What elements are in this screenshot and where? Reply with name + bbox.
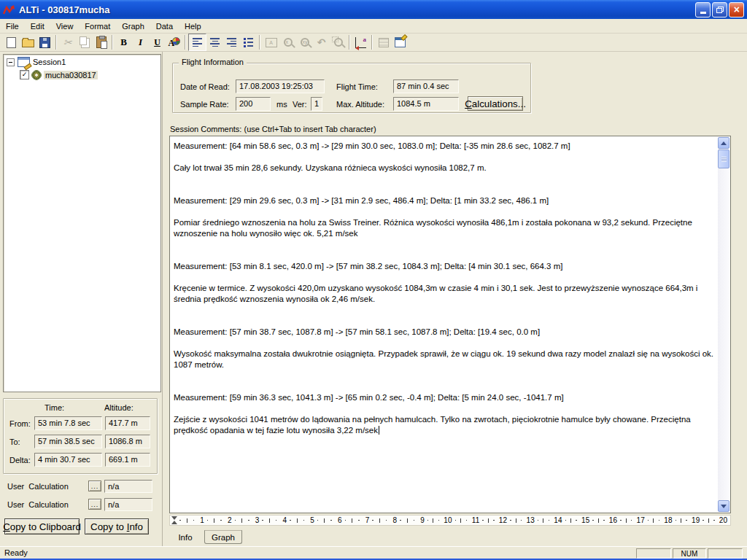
toolbar-separator bbox=[55, 35, 57, 50]
ruler-mark: 4 bbox=[260, 517, 288, 524]
measurement-line: Measurement: [29 min 29.6 sec, 0.3 m] ->… bbox=[174, 195, 716, 206]
max-altitude-field: 1084.5 m bbox=[393, 97, 459, 111]
arrow-down-icon bbox=[721, 505, 727, 508]
status-cell-scrl bbox=[708, 548, 743, 559]
axis-settings-button[interactable]: a bbox=[352, 34, 369, 50]
menu-item-view[interactable]: View bbox=[50, 20, 80, 32]
ruler-mark: 17 bbox=[619, 517, 646, 524]
properties-icon bbox=[395, 37, 406, 47]
comment-paragraph: Zejście z wysokości 1041 metrów do lądow… bbox=[174, 414, 716, 436]
delta-altitude-field: 669.1 m bbox=[105, 453, 150, 467]
align-left-button[interactable] bbox=[188, 34, 206, 51]
title-bar: ALTi - 030817mucha bbox=[0, 0, 747, 19]
comments-box: Measurement: [64 min 58.6 sec, 0.3 m] ->… bbox=[169, 136, 731, 513]
user-calc-2-button[interactable]: ... bbox=[88, 499, 101, 510]
measure-groupbox: Time: Altitude: From: 53 min 7.8 sec 417… bbox=[3, 398, 158, 474]
sample-rate-unit: ms bbox=[276, 100, 287, 109]
vertical-scrollbar[interactable] bbox=[718, 137, 729, 512]
menu-item-edit[interactable]: Edit bbox=[25, 20, 50, 32]
ruler-mark: 15 bbox=[564, 517, 592, 524]
copy-button bbox=[76, 34, 93, 50]
bullet-list-icon bbox=[244, 38, 254, 47]
ruler-mark: 11 bbox=[454, 517, 481, 524]
ruler-mark: 18 bbox=[646, 517, 674, 524]
flight-gear-icon bbox=[32, 71, 41, 79]
comment-section: Measurement: [53 min 8.1 sec, 420.0 m] -… bbox=[174, 261, 716, 305]
bullet-list-button[interactable] bbox=[240, 34, 257, 50]
new-file-button[interactable] bbox=[3, 34, 20, 50]
italic-button[interactable]: I bbox=[132, 34, 149, 50]
font-button[interactable]: A bbox=[166, 34, 182, 50]
paste-clipboard-icon bbox=[96, 36, 107, 48]
text-caret bbox=[379, 426, 379, 435]
menu-item-graph[interactable]: Graph bbox=[116, 20, 150, 32]
bold-icon: B bbox=[120, 36, 127, 48]
zoom-window-button bbox=[330, 34, 347, 50]
underline-button[interactable]: U bbox=[149, 34, 166, 50]
user-calc-1-value: n/a bbox=[104, 480, 152, 493]
tab-info[interactable]: Info bbox=[169, 530, 201, 544]
graph-labels-icon: A bbox=[266, 38, 277, 47]
session-tree: Session1 mucha030817 bbox=[3, 54, 161, 392]
ruler-mark: 9 bbox=[398, 517, 426, 524]
align-right-button[interactable] bbox=[223, 34, 240, 50]
status-bar: Ready NUM bbox=[0, 546, 747, 559]
user-calc-1-button[interactable]: ... bbox=[88, 481, 101, 491]
align-center-icon bbox=[210, 38, 220, 47]
user-calc-2-label: User Calculation bbox=[7, 500, 69, 509]
tree-collapse-icon[interactable] bbox=[7, 58, 15, 66]
underline-icon: U bbox=[154, 37, 160, 48]
close-button[interactable] bbox=[729, 2, 744, 18]
tree-node-session[interactable]: Session1 bbox=[4, 55, 160, 68]
menu-item-file[interactable]: File bbox=[0, 20, 25, 32]
menu-bar: File Edit View Format Graph Data Help bbox=[0, 19, 747, 34]
sample-rate-label: Sample Rate: bbox=[180, 100, 229, 109]
comment-section: Measurement: [57 min 38.7 sec, 1087.8 m]… bbox=[174, 327, 716, 370]
open-file-button[interactable] bbox=[20, 34, 36, 50]
copy-graph-icon bbox=[379, 38, 389, 47]
copy-pages-icon bbox=[80, 36, 87, 45]
scrollbar-thumb[interactable] bbox=[718, 149, 729, 168]
zoom-x-button: x bbox=[279, 34, 296, 50]
cut-scissors-icon bbox=[63, 36, 72, 48]
toolbar-separator bbox=[112, 35, 113, 50]
app-window: ALTi - 030817mucha File Edit View Format… bbox=[0, 0, 747, 560]
flight-label[interactable]: mucha030817 bbox=[44, 71, 98, 79]
tab-graph[interactable]: Graph bbox=[204, 530, 242, 544]
to-time-field: 57 min 38.5 sec bbox=[34, 435, 102, 448]
save-button[interactable] bbox=[36, 34, 53, 50]
save-floppy-icon bbox=[39, 37, 50, 48]
font-palette-icon: A bbox=[169, 37, 180, 48]
properties-button[interactable] bbox=[392, 34, 409, 50]
from-altitude-field: 417.7 m bbox=[105, 416, 150, 430]
menu-item-data[interactable]: Data bbox=[150, 20, 179, 32]
ruler-mark: 6 bbox=[316, 517, 344, 524]
session-label[interactable]: Session1 bbox=[33, 58, 66, 66]
bold-button[interactable]: B bbox=[115, 34, 132, 50]
max-altitude-label: Max. Altitude: bbox=[336, 100, 384, 109]
flight-checkbox[interactable] bbox=[20, 70, 29, 79]
ruler-track: 1234567891011121314151617181920 bbox=[178, 517, 729, 524]
graph-labels-button: A bbox=[263, 34, 279, 50]
scroll-down-button[interactable] bbox=[718, 500, 729, 512]
minimize-button[interactable] bbox=[695, 2, 711, 18]
toolbar-separator bbox=[185, 35, 186, 50]
ruler-tab-marker[interactable] bbox=[171, 516, 178, 524]
copy-to-clipboard-button[interactable]: Copy to Clipboard bbox=[4, 518, 80, 534]
ruler-mark: 7 bbox=[344, 517, 371, 524]
scroll-up-button[interactable] bbox=[718, 137, 729, 149]
calculations-button[interactable]: Calculations... bbox=[468, 96, 523, 111]
menu-item-help[interactable]: Help bbox=[179, 20, 207, 32]
restore-button[interactable] bbox=[712, 2, 727, 18]
menu-item-format[interactable]: Format bbox=[79, 20, 116, 32]
tree-node-flight[interactable]: mucha030817 bbox=[4, 68, 160, 80]
new-file-icon bbox=[7, 37, 16, 48]
ruler-mark: 5 bbox=[288, 517, 316, 524]
paste-button[interactable] bbox=[93, 34, 109, 50]
time-header: Time: bbox=[44, 403, 64, 412]
italic-icon: I bbox=[139, 36, 142, 48]
comments-editor[interactable]: Measurement: [64 min 58.6 sec, 0.3 m] ->… bbox=[170, 136, 717, 513]
copy-to-info-button[interactable]: Copy to Info bbox=[85, 518, 149, 534]
sample-rate-field: 200 bbox=[236, 97, 271, 111]
align-center-button[interactable] bbox=[206, 34, 223, 50]
